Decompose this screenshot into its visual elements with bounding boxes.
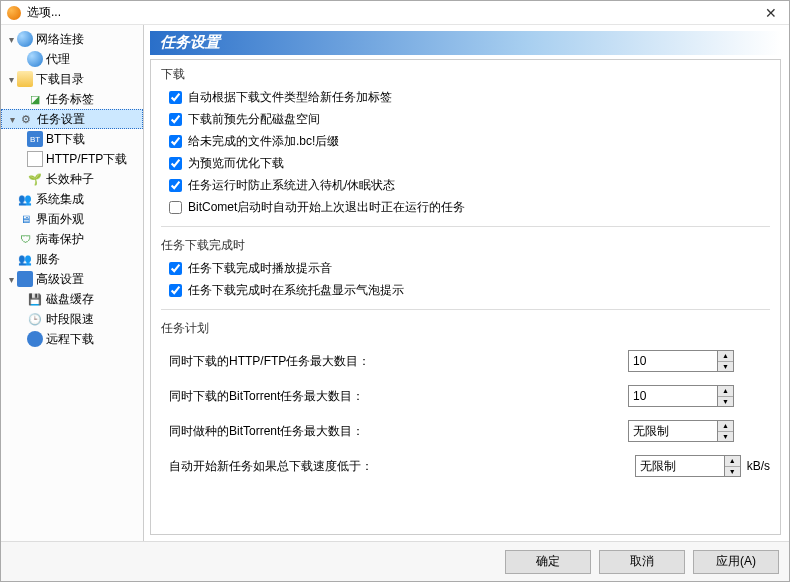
max-seed-spinbox: ▲▼ bbox=[628, 420, 734, 442]
service-icon: 👥 bbox=[17, 251, 33, 267]
divider bbox=[161, 309, 770, 310]
max-http-input[interactable] bbox=[628, 350, 718, 372]
advanced-icon bbox=[17, 271, 33, 287]
group-complete-label: 任务下载完成时 bbox=[161, 237, 770, 254]
autostart-input[interactable] bbox=[635, 455, 725, 477]
chk-label: 下载前预先分配磁盘空间 bbox=[188, 111, 320, 128]
sidebar-item-disk-cache[interactable]: 💾磁盘缓存 bbox=[1, 289, 143, 309]
sidebar-item-label: BT下载 bbox=[46, 131, 85, 148]
chk-label: 为预览而优化下载 bbox=[188, 155, 284, 172]
max-bt-input[interactable] bbox=[628, 385, 718, 407]
settings-panel: 下载 自动根据下载文件类型给新任务加标签 下载前预先分配磁盘空间 给未完成的文件… bbox=[150, 59, 781, 535]
sidebar-item-long-seed[interactable]: 🌱长效种子 bbox=[1, 169, 143, 189]
spin-up-icon[interactable]: ▲ bbox=[718, 421, 733, 432]
sidebar-item-bt-download[interactable]: BTBT下载 bbox=[1, 129, 143, 149]
chk-label: 任务下载完成时播放提示音 bbox=[188, 260, 332, 277]
chk-label: 任务运行时防止系统进入待机/休眠状态 bbox=[188, 177, 395, 194]
sidebar-item-label: 时段限速 bbox=[46, 311, 94, 328]
content-area: 任务设置 下载 自动根据下载文件类型给新任务加标签 下载前预先分配磁盘空间 给未… bbox=[144, 25, 789, 541]
spin-down-icon[interactable]: ▼ bbox=[718, 362, 733, 372]
row-max-bt: 同时下载的BitTorrent任务最大数目： ▲▼ bbox=[169, 385, 770, 407]
apply-button[interactable]: 应用(A) bbox=[693, 550, 779, 574]
close-icon[interactable]: ✕ bbox=[759, 5, 783, 21]
chk-prevent-sleep[interactable] bbox=[169, 179, 182, 192]
spin-up-icon[interactable]: ▲ bbox=[718, 351, 733, 362]
max-http-spinbox: ▲▼ bbox=[628, 350, 734, 372]
row-max-seed: 同时做种的BitTorrent任务最大数目： ▲▼ bbox=[169, 420, 770, 442]
options-window: 选项... ✕ ▾网络连接 代理 ▾下载目录 ◪任务标签 ▾⚙任务设置 BTBT… bbox=[0, 0, 790, 582]
chk-resume-on-start[interactable] bbox=[169, 201, 182, 214]
max-seed-input[interactable] bbox=[628, 420, 718, 442]
sidebar-item-label: 远程下载 bbox=[46, 331, 94, 348]
chk-label: 任务下载完成时在系统托盘显示气泡提示 bbox=[188, 282, 404, 299]
sidebar-item-http-ftp[interactable]: HTTP/FTP下载 bbox=[1, 149, 143, 169]
seed-icon: 🌱 bbox=[27, 171, 43, 187]
spin-down-icon[interactable]: ▼ bbox=[718, 432, 733, 442]
shield-icon: 🛡 bbox=[17, 231, 33, 247]
remote-icon bbox=[27, 331, 43, 347]
folder-icon bbox=[17, 71, 33, 87]
panel-header: 任务设置 bbox=[150, 31, 781, 55]
sidebar-item-label: 下载目录 bbox=[36, 71, 84, 88]
divider bbox=[161, 226, 770, 227]
chk-label: BitComet启动时自动开始上次退出时正在运行的任务 bbox=[188, 199, 465, 216]
sidebar-item-network[interactable]: ▾网络连接 bbox=[1, 29, 143, 49]
sidebar-item-ui-appearance[interactable]: 🖥界面外观 bbox=[1, 209, 143, 229]
chk-bci-suffix[interactable] bbox=[169, 135, 182, 148]
chk-preview-optimize[interactable] bbox=[169, 157, 182, 170]
sidebar-item-label: HTTP/FTP下载 bbox=[46, 151, 127, 168]
sidebar-item-services[interactable]: 👥服务 bbox=[1, 249, 143, 269]
chk-auto-tag[interactable] bbox=[169, 91, 182, 104]
main-area: ▾网络连接 代理 ▾下载目录 ◪任务标签 ▾⚙任务设置 BTBT下载 HTTP/… bbox=[1, 25, 789, 541]
sidebar-item-download-dir[interactable]: ▾下载目录 bbox=[1, 69, 143, 89]
spin-up-icon[interactable]: ▲ bbox=[725, 456, 740, 467]
sidebar-item-virus[interactable]: 🛡病毒保护 bbox=[1, 229, 143, 249]
sidebar-item-remote-download[interactable]: 远程下载 bbox=[1, 329, 143, 349]
chk-play-sound[interactable] bbox=[169, 262, 182, 275]
globe-icon bbox=[17, 31, 33, 47]
chk-label: 给未完成的文件添加.bc!后缀 bbox=[188, 133, 339, 150]
window-title: 选项... bbox=[27, 4, 759, 21]
sidebar-item-label: 病毒保护 bbox=[36, 231, 84, 248]
document-icon bbox=[27, 151, 43, 167]
tag-icon: ◪ bbox=[27, 91, 43, 107]
title-bar: 选项... ✕ bbox=[1, 1, 789, 25]
chk-prealloc[interactable] bbox=[169, 113, 182, 126]
sidebar-item-task-tag[interactable]: ◪任务标签 bbox=[1, 89, 143, 109]
globe-icon bbox=[27, 51, 43, 67]
row-max-http: 同时下载的HTTP/FTP任务最大数目： ▲▼ bbox=[169, 350, 770, 372]
sidebar-item-system-integration[interactable]: 👥系统集成 bbox=[1, 189, 143, 209]
group-download-label: 下载 bbox=[161, 66, 770, 83]
sidebar-item-task-settings[interactable]: ▾⚙任务设置 bbox=[1, 109, 143, 129]
paint-icon: 🖥 bbox=[17, 211, 33, 227]
chk-balloon[interactable] bbox=[169, 284, 182, 297]
sidebar: ▾网络连接 代理 ▾下载目录 ◪任务标签 ▾⚙任务设置 BTBT下载 HTTP/… bbox=[1, 25, 144, 541]
autostart-label: 自动开始新任务如果总下载速度低于： bbox=[169, 458, 635, 475]
spin-up-icon[interactable]: ▲ bbox=[718, 386, 733, 397]
bt-icon: BT bbox=[27, 131, 43, 147]
max-seed-label: 同时做种的BitTorrent任务最大数目： bbox=[169, 423, 628, 440]
app-icon bbox=[7, 6, 21, 20]
row-autostart: 自动开始新任务如果总下载速度低于： ▲▼ kB/s bbox=[169, 455, 770, 477]
sidebar-item-label: 网络连接 bbox=[36, 31, 84, 48]
ok-button[interactable]: 确定 bbox=[505, 550, 591, 574]
sidebar-item-schedule-limit[interactable]: 🕒时段限速 bbox=[1, 309, 143, 329]
cancel-button[interactable]: 取消 bbox=[599, 550, 685, 574]
sidebar-item-label: 长效种子 bbox=[46, 171, 94, 188]
sidebar-item-label: 磁盘缓存 bbox=[46, 291, 94, 308]
sidebar-item-advanced[interactable]: ▾高级设置 bbox=[1, 269, 143, 289]
sidebar-item-label: 界面外观 bbox=[36, 211, 84, 228]
chk-label: 自动根据下载文件类型给新任务加标签 bbox=[188, 89, 392, 106]
disk-icon: 💾 bbox=[27, 291, 43, 307]
sidebar-item-proxy[interactable]: 代理 bbox=[1, 49, 143, 69]
gear-icon: ⚙ bbox=[18, 111, 34, 127]
max-http-label: 同时下载的HTTP/FTP任务最大数目： bbox=[169, 353, 628, 370]
spin-down-icon[interactable]: ▼ bbox=[725, 467, 740, 477]
sidebar-item-label: 高级设置 bbox=[36, 271, 84, 288]
sidebar-item-label: 代理 bbox=[46, 51, 70, 68]
max-bt-spinbox: ▲▼ bbox=[628, 385, 734, 407]
group-plan-label: 任务计划 bbox=[161, 320, 770, 337]
sidebar-item-label: 系统集成 bbox=[36, 191, 84, 208]
spin-down-icon[interactable]: ▼ bbox=[718, 397, 733, 407]
unit-kbs: kB/s bbox=[747, 459, 770, 473]
